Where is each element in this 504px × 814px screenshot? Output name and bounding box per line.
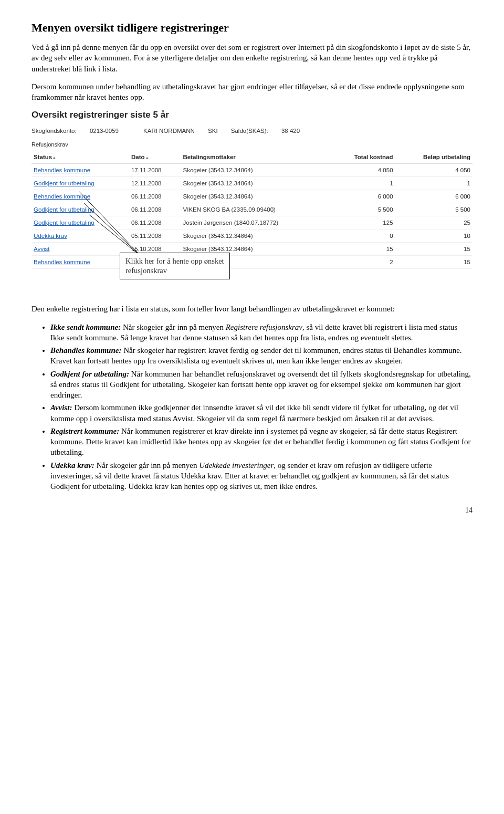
cell-dato: 06.11.2008 — [129, 216, 181, 229]
status-link[interactable]: Behandles kommune — [34, 167, 90, 173]
status-link[interactable]: Avvist — [34, 246, 49, 252]
cell-dato: 06.11.2008 — [129, 203, 181, 216]
screenshot-heading: Oversikt registreringer siste 5 år — [32, 110, 472, 120]
cell-utbet: 10 — [395, 229, 472, 243]
cell-total: 2 — [330, 256, 395, 269]
cell-mottaker: Jostein Jørgensen (1840.07.18772) — [181, 216, 330, 229]
cell-dato: 05.11.2008 — [129, 229, 181, 243]
sort-icon: ▴ — [53, 155, 56, 160]
cell-utbet: 5 500 — [395, 203, 472, 216]
cell-utbet: 15 — [395, 256, 472, 269]
table-row: Avvist15.10.2008Skogeier (3543.12.34864)… — [32, 243, 472, 256]
status-list-lead: Den enkelte registrering har i lista en … — [32, 304, 472, 314]
cell-dato: 12.11.2008 — [129, 177, 181, 190]
cell-utbet: 6 000 — [395, 190, 472, 203]
cell-total: 1 — [330, 177, 395, 190]
cell-total: 6 000 — [330, 190, 395, 203]
screenshot-panel: Oversikt registreringer siste 5 år Skogf… — [32, 110, 472, 269]
col-utbet[interactable]: Beløp utbetaling — [395, 151, 472, 164]
cell-total: 15 — [330, 243, 395, 256]
cell-utbet: 1 — [395, 177, 472, 190]
cell-mottaker: Skogeier (3543.12.34864) — [181, 190, 330, 203]
intro-paragraph-1: Ved å gå inn på denne menyen får du opp … — [32, 42, 472, 74]
cell-mottaker: Skogeier (3543.12.34864) — [181, 177, 330, 190]
callout-box: Klikk her for å hente opp ønsket refusjo… — [120, 253, 230, 279]
col-dato[interactable]: Dato▴ — [129, 151, 181, 164]
cell-total: 5 500 — [330, 203, 395, 216]
list-item: Registrert kommune: Når kommunen registr… — [50, 426, 472, 458]
cell-total: 4 050 — [330, 164, 395, 177]
status-bullet-list: Ikke sendt kommune: Når skogeier går inn… — [32, 322, 472, 492]
page-title: Menyen oversikt tidligere registreringer — [32, 21, 472, 35]
sort-icon: ▴ — [146, 155, 149, 160]
col-total[interactable]: Total kostnad — [330, 151, 395, 164]
status-link[interactable]: Godkjent for utbetaling — [34, 220, 94, 226]
list-item: Ikke sendt kommune: Når skogeier går inn… — [50, 322, 472, 343]
intro-paragraph-2: Dersom kommunen under behandling av utbe… — [32, 81, 472, 103]
page-number: 14 — [32, 506, 472, 515]
list-item: Udekka krav: Når skogeier går inn på men… — [50, 460, 472, 492]
table-row: Behandles kommune06.11.2008Skogeier (354… — [32, 190, 472, 203]
table-row: Behandles kommune15.10.2008215 — [32, 256, 472, 269]
status-link[interactable]: Godkjent for utbetaling — [34, 206, 94, 213]
status-link[interactable]: Behandles kommune — [34, 193, 90, 200]
status-link[interactable]: Udekka krav — [34, 233, 67, 239]
table-row: Udekka krav05.11.2008Skogeier (3543.12.3… — [32, 229, 472, 243]
cell-total: 0 — [330, 229, 395, 243]
cell-mottaker: Skogeier (3543.12.34864) — [181, 164, 330, 177]
cell-mottaker: VIKEN SKOG BA (2335.09.09400) — [181, 203, 330, 216]
registrations-table: Status▴ Dato▴ Betalingsmottaker Total ko… — [32, 151, 472, 269]
cell-utbet: 25 — [395, 216, 472, 229]
screenshot-sublabel: Refusjonskrav — [32, 141, 472, 148]
table-row: Godkjent for utbetaling06.11.2008VIKEN S… — [32, 203, 472, 216]
cell-utbet: 4 050 — [395, 164, 472, 177]
table-row: Behandles kommune17.11.2008Skogeier (354… — [32, 164, 472, 177]
cell-dato: 17.11.2008 — [129, 164, 181, 177]
col-mottaker[interactable]: Betalingsmottaker — [181, 151, 330, 164]
status-link[interactable]: Godkjent for utbetaling — [34, 180, 94, 186]
cell-utbet: 15 — [395, 243, 472, 256]
list-item: Godkjent for utbetaling: Når kommunen ha… — [50, 369, 472, 401]
cell-total: 125 — [330, 216, 395, 229]
list-item: Avvist: Dersom kommunen ikke godkjenner … — [50, 402, 472, 424]
status-link[interactable]: Behandles kommune — [34, 259, 90, 265]
table-row: Godkjent for utbetaling12.11.2008Skogeie… — [32, 177, 472, 190]
list-item: Behandles kommune: Når skogeier har regi… — [50, 345, 472, 367]
table-row: Godkjent for utbetaling06.11.2008Jostein… — [32, 216, 472, 229]
col-status[interactable]: Status▴ — [32, 151, 129, 164]
cell-mottaker: Skogeier (3543.12.34864) — [181, 229, 330, 243]
screenshot-meta: Skogfondskonto: 0213-0059 KARI NORDMANN … — [32, 128, 472, 134]
cell-dato: 06.11.2008 — [129, 190, 181, 203]
